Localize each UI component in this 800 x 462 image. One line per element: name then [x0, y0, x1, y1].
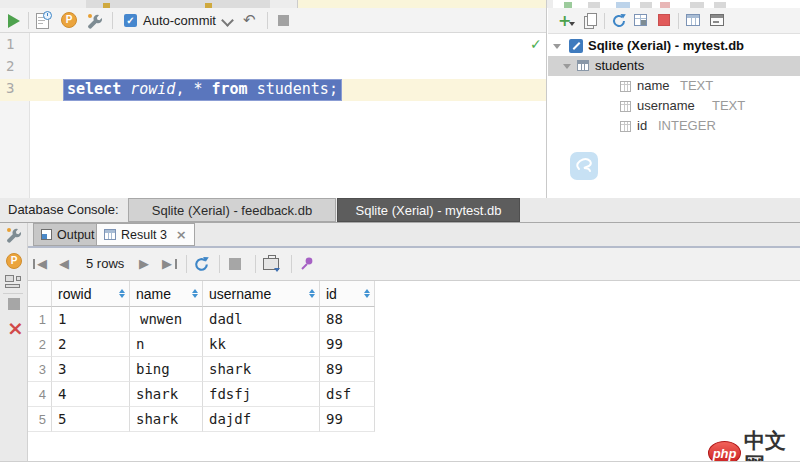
cell[interactable]: n — [130, 332, 203, 357]
php-console-icon[interactable]: P — [61, 12, 77, 28]
cell[interactable]: fdsfj — [203, 382, 320, 407]
autocommit-checkbox[interactable]: ✓ — [124, 14, 137, 27]
cell[interactable]: 3 — [52, 357, 130, 382]
tree-node-column[interactable]: username TEXT — [548, 96, 800, 116]
check-icon: ✓ — [126, 15, 134, 26]
table-label: students — [595, 56, 644, 76]
sort-icon[interactable] — [192, 289, 198, 298]
console-view-icon[interactable] — [710, 14, 724, 26]
first-page-icon[interactable]: ◀ — [37, 248, 47, 280]
tab-output[interactable]: Output — [33, 223, 103, 246]
database-tool-window: + Sqlite (Xerial) - mytest.db — [548, 8, 800, 198]
table-view-icon[interactable] — [686, 14, 700, 26]
cell[interactable]: shark — [203, 357, 320, 382]
close-icon[interactable]: × — [176, 227, 187, 242]
sql-editor[interactable]: 1 2 3 select rowid, * from students; ✓ — [0, 33, 546, 198]
inspections-ok-icon[interactable]: ✓ — [530, 36, 542, 52]
stop-icon[interactable] — [658, 14, 670, 26]
close-icon[interactable]: × — [7, 316, 24, 340]
last-page-bar — [175, 259, 177, 269]
reload-icon[interactable] — [193, 256, 210, 273]
sql-table-ref: students; — [248, 80, 338, 98]
stop-icon[interactable] — [278, 15, 289, 26]
line-number: 1 — [6, 36, 26, 52]
row-number: 1 — [28, 307, 52, 332]
execute-history-icon[interactable] — [36, 13, 49, 29]
expand-arrow-icon[interactable] — [563, 64, 571, 69]
separator — [255, 255, 256, 273]
database-toolbar: + — [548, 8, 800, 34]
result-grid: rowid name username id 1 1 wnwen dadl 88… — [28, 281, 800, 462]
chevron-down-icon[interactable] — [221, 14, 234, 27]
corner-header-cell[interactable] — [28, 281, 52, 307]
tree-node-table-selected[interactable]: students — [548, 56, 800, 76]
last-page-icon[interactable]: ▶ — [162, 248, 172, 280]
next-page-icon[interactable]: ▶ — [139, 248, 149, 280]
sort-icon[interactable] — [309, 289, 315, 298]
tab-result-label: Result 3 — [121, 228, 167, 242]
cell[interactable]: 88 — [320, 307, 375, 332]
sort-icon[interactable] — [364, 289, 370, 298]
cell[interactable]: 99 — [320, 407, 375, 432]
separator — [678, 13, 679, 29]
php-console-icon[interactable]: P — [6, 253, 22, 269]
ide-window: P ✓ Auto-commit ↶ 1 2 3 select rowid, * … — [0, 0, 800, 462]
selected-sql-statement[interactable]: select rowid, * from students; — [63, 79, 342, 101]
cell[interactable]: 89 — [320, 357, 375, 382]
cell[interactable]: dajdf — [203, 407, 320, 432]
column-name: username — [637, 96, 695, 116]
cell[interactable]: bing — [130, 357, 203, 382]
sql-star: * — [193, 80, 211, 98]
column-icon — [620, 81, 631, 92]
result-table: rowid name username id 1 1 wnwen dadl 88… — [28, 281, 375, 432]
rows-count-label: 5 rows — [86, 248, 124, 280]
gesture-hint-icon[interactable] — [570, 152, 598, 180]
column-header[interactable]: rowid — [52, 281, 130, 307]
previous-page-icon[interactable]: ◀ — [59, 248, 69, 280]
settings-wrench-icon[interactable] — [86, 12, 103, 29]
cell[interactable]: 5 — [52, 407, 130, 432]
section-label: Database Console: — [8, 198, 119, 222]
tree-node-column[interactable]: id INTEGER — [548, 116, 800, 136]
result-toolbar: ◀ ◀ 5 rows ▶ ▶ — [0, 248, 800, 281]
column-header[interactable]: id — [320, 281, 375, 307]
cell[interactable]: 4 — [52, 382, 130, 407]
rollback-icon[interactable]: ↶ — [243, 11, 256, 29]
run-icon[interactable] — [8, 14, 20, 28]
tab-feedback-db[interactable]: Sqlite (Xerial) - feedback.db — [128, 198, 336, 222]
export-data-icon[interactable] — [263, 258, 279, 270]
tab-result-active[interactable]: Result 3 × — [96, 223, 195, 246]
cell[interactable]: 99 — [320, 332, 375, 357]
separator — [112, 12, 113, 29]
splitter-vertical[interactable] — [546, 8, 547, 198]
cell[interactable]: kk — [203, 332, 320, 357]
table-icon — [577, 60, 589, 71]
cell[interactable]: 2 — [52, 332, 130, 357]
cell[interactable]: wnwen — [130, 307, 203, 332]
cell[interactable]: shark — [130, 382, 203, 407]
column-type: TEXT — [712, 96, 745, 116]
stop-icon[interactable] — [8, 298, 20, 310]
column-header[interactable]: name — [130, 281, 203, 307]
stop-icon[interactable] — [229, 258, 241, 270]
add-icon[interactable]: + — [558, 11, 571, 30]
table-settings-icon[interactable] — [5, 275, 22, 289]
cell[interactable]: dadl — [203, 307, 320, 332]
tree-node-datasource[interactable]: Sqlite (Xerial) - mytest.db — [548, 36, 800, 56]
sql-keyword: from — [212, 80, 248, 98]
sort-icon[interactable] — [119, 289, 125, 298]
tree-node-column[interactable]: name TEXT — [548, 76, 800, 96]
cell[interactable]: dsf — [320, 382, 375, 407]
pin-icon[interactable] — [299, 256, 315, 272]
data-source-properties-icon[interactable] — [634, 14, 647, 26]
php-logo: php — [708, 441, 741, 462]
cell[interactable]: 1 — [52, 307, 130, 332]
copy-icon[interactable] — [584, 13, 597, 28]
tab-mytest-db-active[interactable]: Sqlite (Xerial) - mytest.db — [337, 198, 520, 222]
settings-wrench-icon[interactable] — [5, 226, 22, 243]
cell[interactable]: shark — [130, 407, 203, 432]
column-header[interactable]: username — [203, 281, 320, 307]
expand-arrow-icon[interactable] — [553, 44, 561, 49]
refresh-icon[interactable] — [611, 13, 627, 29]
first-page-bar — [33, 259, 35, 269]
